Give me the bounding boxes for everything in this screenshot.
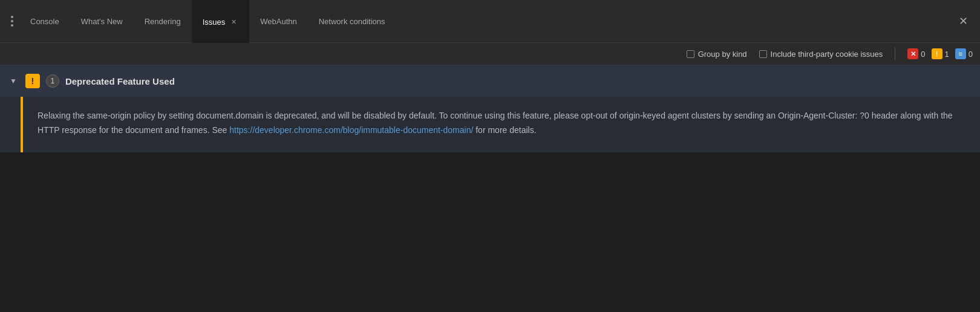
tab-network-conditions[interactable]: Network conditions (308, 0, 396, 43)
info-icon: ≡ (955, 48, 966, 59)
tab-issues-label: Issues (203, 18, 226, 27)
issue-content: Relaxing the same-origin policy by setti… (23, 97, 980, 152)
issue-title: Deprecated Feature Used (65, 76, 175, 86)
info-count: 0 (969, 50, 973, 59)
issue-count-badge: 1 (46, 74, 59, 88)
tab-bar: Console What's New Rendering Issues ✕ We… (0, 0, 980, 43)
tab-issues[interactable]: Issues ✕ (192, 0, 250, 43)
tab-rendering[interactable]: Rendering (134, 0, 192, 43)
group-by-kind-text: Group by kind (698, 50, 747, 59)
badge-group: ✕ 0 ! 1 ≡ 0 (907, 48, 973, 59)
warning-badge[interactable]: ! 1 (932, 48, 949, 59)
third-party-label[interactable]: Include third-party cookie issues (759, 50, 883, 59)
tab-console-label: Console (30, 17, 59, 26)
third-party-checkbox[interactable] (759, 50, 767, 58)
tab-rendering-label: Rendering (145, 17, 181, 26)
tab-whats-new[interactable]: What's New (70, 0, 134, 43)
more-tabs-button[interactable] (5, 16, 19, 27)
chevron-down-icon: ▼ (10, 77, 17, 85)
issue-body: Relaxing the same-origin policy by setti… (0, 97, 980, 152)
tab-issues-close[interactable]: ✕ (229, 17, 238, 27)
tab-network-conditions-label: Network conditions (319, 17, 385, 26)
error-badge[interactable]: ✕ 0 (907, 48, 925, 59)
toolbar-checkboxes: Group by kind Include third-party cookie… (687, 50, 883, 59)
toolbar-separator (895, 48, 895, 60)
tab-console[interactable]: Console (19, 0, 70, 43)
issue-section: ▼ ! 1 Deprecated Feature Used Relaxing t… (0, 65, 980, 152)
error-icon: ✕ (907, 48, 918, 59)
issue-type-icon: ! (25, 74, 40, 88)
third-party-text: Include third-party cookie issues (771, 50, 883, 59)
tab-webauthn[interactable]: WebAuthn (249, 0, 307, 43)
tab-whats-new-label: What's New (81, 17, 123, 26)
warning-count: 1 (945, 50, 949, 59)
warning-icon: ! (932, 48, 942, 59)
issue-link[interactable]: https://developer.chrome.com/blog/immuta… (229, 125, 473, 135)
info-badge[interactable]: ≡ 0 (955, 48, 973, 59)
issue-header[interactable]: ▼ ! 1 Deprecated Feature Used (0, 65, 980, 97)
group-by-kind-label[interactable]: Group by kind (687, 50, 747, 59)
issue-body-suffix: for more details. (473, 125, 536, 135)
error-count: 0 (921, 50, 925, 59)
group-by-kind-checkbox[interactable] (687, 50, 694, 58)
issues-toolbar: Group by kind Include third-party cookie… (0, 43, 980, 65)
close-panel-button[interactable]: ✕ (951, 9, 975, 33)
tab-webauthn-label: WebAuthn (260, 17, 296, 26)
